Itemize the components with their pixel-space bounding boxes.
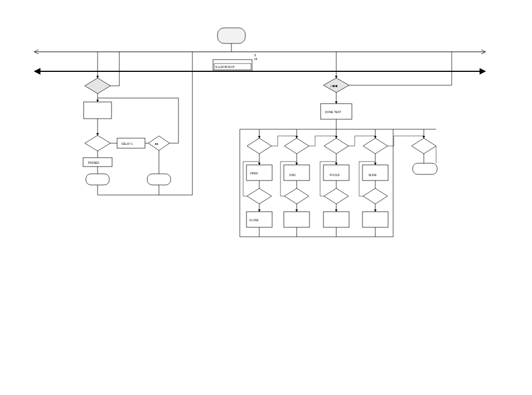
rewind-icon: |◀◀ (331, 84, 337, 87)
decision-col4 (363, 138, 388, 154)
proc2-col4 (362, 212, 388, 227)
decision-col5 (412, 138, 436, 154)
decision-col1 (247, 138, 272, 154)
left-decision-1 (85, 78, 110, 94)
done-test-label: DONE TEST (325, 110, 341, 114)
focus-label: FOCUS (330, 173, 340, 177)
flowchart-diagram: S I/F S-LLM-ROS-I/F DELAY 1 ▸▸ (0, 0, 532, 395)
decision-col2 (284, 138, 309, 154)
focus-box (323, 165, 349, 181)
decision2-col4 (363, 188, 388, 204)
slide-box (362, 165, 388, 181)
decision2-col2 (284, 188, 309, 204)
left-process-box (84, 102, 112, 119)
close-label: CLOSE (249, 218, 259, 222)
left-terminator (86, 174, 109, 185)
slide-label: SLIDE (369, 173, 377, 177)
code-process-box: S-LLM-ROS-I/F (213, 60, 252, 71)
decision2-col1 (247, 188, 272, 204)
start-terminator (217, 28, 245, 43)
disc-label: DISC (289, 173, 296, 177)
decision2-col3 (324, 188, 349, 204)
s-label: S (254, 53, 257, 57)
disc-box (284, 165, 309, 181)
decision-col3 (324, 138, 349, 154)
open-label: OPEN (250, 172, 258, 175)
left-decision-2 (85, 135, 110, 151)
passed-label: PASSED (88, 161, 99, 164)
left-terminator-right (147, 174, 171, 185)
iff-label: I/F (254, 57, 258, 61)
left-decision-3 (148, 136, 170, 150)
delay-label: DELAY 1 (122, 142, 133, 145)
code-label: S-LLM-ROS-I/F (215, 65, 235, 69)
right-loop-terminator (413, 163, 437, 174)
proc2-col3 (323, 212, 349, 227)
proc2-col2 (284, 212, 309, 227)
ffwd-icon: ▸▸ (155, 142, 158, 145)
